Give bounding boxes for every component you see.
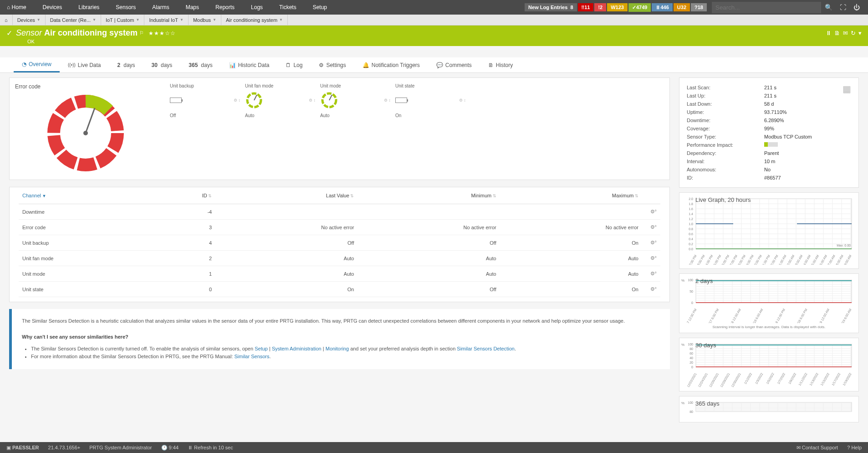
info-row: Dependency:Parent [687,149,851,157]
battery-icon [395,98,407,103]
priority-stars[interactable]: ★★★☆☆ [148,30,176,36]
footer-refresh[interactable]: ⏸ Refresh in 10 sec [188,445,233,450]
search-input[interactable] [712,2,821,13]
mini-gauge-gear-icon[interactable]: ⚙ ↕ [234,98,240,103]
col-id[interactable]: ID [155,187,215,204]
fullscreen-icon[interactable]: ⛶ [836,4,850,11]
tab-live-data[interactable]: ((•))Live Data [60,57,109,72]
cell-maximum: On [500,235,642,251]
nav-home[interactable]: ⌂ Home [5,0,35,15]
mini-gauge-gear-icon[interactable]: ⚙ ↕ [459,98,466,103]
tab-log[interactable]: 🗒Log [277,57,311,72]
row-settings-icon[interactable]: ⚙° [650,240,657,245]
cell-channel: Unit state [19,282,155,297]
col-channel[interactable]: Channel [19,187,155,204]
breadcrumb-industrial[interactable]: Industrial IoT▼ [144,15,189,26]
qr-icon[interactable]: ▦ [842,83,851,94]
refresh-icon[interactable]: ↻ [851,30,856,36]
info-row: Performance Impact: [687,141,851,149]
breadcrumb-modbus[interactable]: Modbus▼ [189,15,221,26]
tab-2-days[interactable]: 2days [109,57,143,72]
nav-sensors[interactable]: Sensors [107,0,144,15]
mini-gauge: Unit fan mode ⚙ ↕ Auto [245,83,316,174]
badge-paused[interactable]: ⏸ 446 [652,3,672,11]
menu-caret-icon[interactable]: ▾ [858,30,862,36]
mini-chart-1[interactable]: % 2 days 1005001/17 12:00 PM1/17 6:00 PM… [679,273,859,333]
row-settings-icon[interactable]: ⚙° [650,286,657,292]
tab-notification-triggers[interactable]: 🔔Notification Triggers [354,57,428,72]
breadcrumb-devices[interactable]: Devices▼ [13,15,46,26]
col-last-value[interactable]: Last Value [215,187,357,204]
tab-30-days[interactable]: 30days [143,57,181,72]
tab-365-days[interactable]: 365days [180,57,220,72]
badge-unusual[interactable]: U 32 [674,3,690,11]
breadcrumb-datacenter[interactable]: Data Center (Re...▼ [46,15,101,26]
info-list-item: The Similar Sensors Detection is current… [31,345,660,353]
link-monitoring[interactable]: Monitoring [326,346,349,351]
sensor-info-panel: ▦ Last Scan:211 sLast Up:211 sLast Down:… [679,77,859,188]
mini-chart-0[interactable]: Live Graph, 20 hours Max: 0.002.01.81.61… [679,192,859,269]
nav-tickets[interactable]: Tickets [271,0,305,15]
cell-channel: Unit fan mode [19,251,155,266]
nav-logs[interactable]: Logs [243,0,271,15]
badge-warning[interactable]: W 123 [607,3,628,11]
power-icon[interactable]: ⏻ [850,4,863,11]
row-settings-icon[interactable]: ⚙° [650,209,657,214]
tab-historic-data[interactable]: 📊Historic Data [221,57,278,72]
row-settings-icon[interactable]: ⚙° [650,255,657,261]
link-ssd[interactable]: Similar Sensors Detection [457,346,515,351]
footer-help[interactable]: ? Help [847,445,862,450]
svg-text:1/3/2022: 1/3/2022 [755,372,764,385]
badge-fatal[interactable]: ‼ 11 [578,3,594,11]
col-maximum[interactable]: Maximum [500,187,642,204]
nav-libraries[interactable]: Libraries [70,0,107,15]
info-key: Coverage: [687,126,764,131]
nav-reports[interactable]: Reports [207,0,243,15]
footer-brand[interactable]: ▣ PAESSLER [6,445,39,451]
svg-text:8:00 PM: 8:00 PM [737,254,746,265]
mini-gauge-gear-icon[interactable]: ⚙ ↕ [309,98,316,103]
copy-icon[interactable]: 🗎 [834,30,840,36]
breadcrumb-iot[interactable]: IoT | Custom▼ [101,15,144,26]
tab-overview[interactable]: ◔Overview [14,57,60,72]
svg-text:20: 20 [689,361,693,364]
badge-unknown[interactable]: ? 18 [691,3,707,11]
row-settings-icon[interactable]: ⚙° [650,224,657,230]
cell-channel: Unit mode [19,266,155,282]
link-sysadmin[interactable]: System Administration [272,346,322,351]
badge-error[interactable]: ! 2 [594,3,606,11]
footer-contact[interactable]: ✉ Contact Support [797,445,838,451]
col-minimum[interactable]: Minimum [357,187,500,204]
svg-text:0.8: 0.8 [689,227,693,231]
breadcrumb-home[interactable]: ⌂ [0,15,13,26]
mail-icon[interactable]: ✉ [843,30,848,36]
svg-text:12/28/2021: 12/28/2021 [720,372,730,387]
link-setup[interactable]: Setup [255,346,268,351]
link-manual[interactable]: Similar Sensors [235,354,270,359]
nav-maps[interactable]: Maps [178,0,207,15]
pause-icon[interactable]: ⏸ [826,30,832,36]
mini-chart-3[interactable]: % 365 days 10080 [679,396,859,422]
nav-setup[interactable]: Setup [305,0,335,15]
tab-history[interactable]: 🗎History [480,57,521,72]
tab-comments[interactable]: 💬Comments [428,57,480,72]
cell-id: 0 [155,282,215,297]
svg-text:4:00 AM: 4:00 AM [802,254,811,265]
badge-new-log[interactable]: New Log Entries 8 [525,3,577,11]
svg-text:1.0: 1.0 [689,222,693,226]
nav-alarms[interactable]: Alarms [144,0,177,15]
breadcrumb-sensor[interactable]: Air conditioning system▼ [221,15,288,26]
svg-text:80: 80 [689,347,693,350]
row-settings-icon[interactable]: ⚙° [650,271,657,276]
tab-settings[interactable]: ⚙Settings [311,57,354,72]
svg-text:1/17 6:00 PM: 1/17 6:00 PM [707,308,720,323]
mini-gauge-gear-icon[interactable]: ⚙ ↕ [384,98,391,103]
info-key: Downtime: [687,118,764,123]
nav-devices[interactable]: Devices [35,0,71,15]
search-icon[interactable]: 🔍 [821,4,836,11]
main-gauge-label: Error code [15,83,156,90]
table-row: Error code 3 No active error No active e… [19,220,660,235]
mini-chart-2[interactable]: % 30 days 10080604020012/22/202112/24/20… [679,338,859,391]
cell-last-value [215,204,357,220]
badge-ok[interactable]: ✓ 4749 [628,3,651,12]
